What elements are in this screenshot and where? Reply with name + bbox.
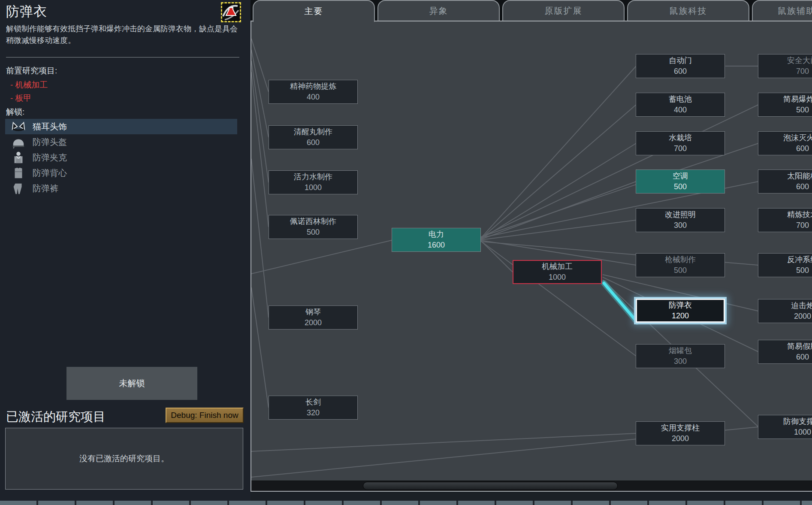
tab-4[interactable]: 鼠族科技 bbox=[627, 0, 749, 21]
node-label: 空调 bbox=[673, 171, 688, 181]
unlock-item[interactable]: 防弹背心 bbox=[5, 165, 237, 181]
research-node-simple-prosthetics[interactable]: 简易假肢600 bbox=[758, 340, 812, 364]
research-node-machining[interactable]: 机械加工1000 bbox=[513, 260, 602, 284]
unlock-item-label: 防弹头盔 bbox=[33, 136, 67, 148]
debug-finish-now-button[interactable]: Debug: Finish now bbox=[166, 408, 244, 423]
node-cost: 300 bbox=[674, 220, 687, 231]
node-cost: 500 bbox=[796, 105, 809, 115]
research-node-longsword[interactable]: 长剑320 bbox=[269, 396, 358, 420]
research-node-flak-armor[interactable]: 防弹衣1200 bbox=[636, 299, 725, 323]
research-node-simple-explosives[interactable]: 简易爆炸物500 bbox=[758, 93, 812, 117]
node-cost: 500 bbox=[674, 181, 687, 192]
tree-edge bbox=[481, 241, 513, 272]
node-cost: 500 bbox=[796, 265, 809, 276]
bottom-menu-bar[interactable] bbox=[0, 501, 812, 505]
node-label: 精神药物提炼 bbox=[290, 81, 336, 92]
node-cost: 1000 bbox=[305, 182, 322, 193]
research-node-battery[interactable]: 蓄电池400 bbox=[636, 93, 725, 117]
research-node-hydroponics[interactable]: 水栽培700 bbox=[636, 131, 725, 155]
node-label: 简易爆炸物 bbox=[783, 94, 812, 105]
tab-5[interactable]: 鼠族辅助 bbox=[752, 0, 812, 21]
node-cost: 2000 bbox=[305, 318, 322, 328]
node-cost: 1000 bbox=[549, 272, 566, 283]
research-node-recoil-system[interactable]: 反冲系统500 bbox=[758, 253, 812, 277]
tab-row: 主要异象原版扩展鼠族科技鼠族辅助 bbox=[253, 0, 812, 21]
research-node-security-door[interactable]: 安全大门700 bbox=[758, 54, 812, 78]
locked-status-button[interactable]: 未解锁 bbox=[66, 367, 197, 400]
node-cost: 700 bbox=[674, 143, 687, 154]
node-cost: 1200 bbox=[672, 311, 689, 321]
node-cost: 600 bbox=[796, 181, 809, 192]
node-label: 安全大门 bbox=[787, 55, 812, 66]
research-node-piano[interactable]: 钢琴2000 bbox=[269, 305, 358, 330]
project-description: 解锁制作能够有效抵挡子弹和爆炸冲击的金属防弹衣物，缺点是具会稍微减慢移动速度。 bbox=[6, 23, 243, 46]
tree-edge bbox=[481, 105, 636, 239]
node-label: 佩诺西林制作 bbox=[290, 216, 336, 227]
tab-label: 原版扩展 bbox=[545, 5, 583, 17]
tree-edge bbox=[481, 220, 636, 240]
node-label: 泡沫灭火器 bbox=[783, 133, 812, 143]
tree-edge bbox=[251, 159, 269, 318]
tab-2[interactable]: 异象 bbox=[377, 0, 500, 21]
unlock-item[interactable]: 防弹夹克 bbox=[5, 150, 237, 165]
node-label: 钢琴 bbox=[305, 307, 321, 318]
research-node-psychite-refining[interactable]: 精神药物提炼400 bbox=[269, 80, 358, 104]
node-cost: 600 bbox=[796, 352, 809, 363]
research-node-refining[interactable]: 精炼技术700 bbox=[758, 208, 812, 232]
prerequisites-label: 前置研究项目: bbox=[6, 65, 57, 76]
research-node-defensive-column[interactable]: 防御支撑柱1000 bbox=[758, 415, 812, 439]
research-node-solar-panel[interactable]: 太阳能板600 bbox=[758, 169, 812, 194]
unlock-item-label: 防弹夹克 bbox=[33, 152, 67, 163]
research-flask-icon[interactable] bbox=[221, 2, 241, 22]
research-node-wakeup-production[interactable]: 清醒丸制作600 bbox=[269, 125, 358, 149]
tab-label: 主要 bbox=[305, 6, 323, 17]
unlock-list: 猫耳头饰防弹头盔防弹夹克防弹背心防弹裤 bbox=[0, 119, 251, 196]
node-label: 太阳能板 bbox=[787, 171, 812, 181]
research-node-air-conditioning[interactable]: 空调500 bbox=[636, 169, 725, 194]
unlock-item[interactable]: 防弹头盔 bbox=[5, 134, 237, 150]
tree-edge bbox=[251, 240, 392, 274]
unlock-item[interactable]: 防弹裤 bbox=[5, 181, 237, 196]
scrollbar-thumb[interactable] bbox=[363, 482, 618, 490]
research-node-gunsmithing[interactable]: 枪械制作500 bbox=[636, 253, 725, 277]
unlock-item[interactable]: 猫耳头饰 bbox=[5, 119, 237, 134]
tab-3[interactable]: 原版扩展 bbox=[502, 0, 625, 21]
unlocks-label: 解锁: bbox=[6, 106, 24, 118]
research-node-better-lighting[interactable]: 改进照明300 bbox=[636, 208, 725, 232]
tree-edge bbox=[481, 143, 636, 239]
pants-icon bbox=[11, 182, 26, 195]
node-cost: 400 bbox=[307, 92, 320, 103]
active-research-title: 已激活的研究项目 bbox=[6, 408, 106, 426]
node-cost: 600 bbox=[674, 66, 687, 77]
research-node-mortar[interactable]: 迫击炮2000 bbox=[758, 299, 812, 323]
research-node-electricity[interactable]: 电力1600 bbox=[392, 228, 481, 252]
tree-edge bbox=[251, 287, 269, 408]
research-node-autodoor[interactable]: 自动门600 bbox=[636, 54, 725, 78]
node-label: 防御支撑柱 bbox=[783, 416, 812, 427]
horizontal-scrollbar[interactable] bbox=[251, 481, 812, 491]
node-cost: 600 bbox=[307, 137, 320, 148]
node-label: 清醒丸制作 bbox=[294, 127, 332, 137]
node-label: 迫击炮 bbox=[791, 300, 812, 311]
research-node-smoke-pack[interactable]: 烟罐包300 bbox=[636, 344, 725, 368]
node-cost: 1000 bbox=[794, 427, 811, 438]
node-cost: 300 bbox=[674, 356, 687, 367]
prerequisite-plate-armor[interactable]: - 板甲 bbox=[10, 93, 32, 104]
node-label: 活力水制作 bbox=[294, 172, 332, 182]
node-cost: 600 bbox=[796, 143, 809, 154]
jacket-icon bbox=[11, 151, 26, 164]
research-node-firefoam[interactable]: 泡沫灭火器600 bbox=[758, 131, 812, 155]
divider bbox=[6, 57, 239, 57]
prerequisite-machining[interactable]: - 机械加工 bbox=[10, 79, 48, 91]
node-cost: 400 bbox=[674, 105, 687, 115]
tab-1[interactable]: 主要 bbox=[253, 0, 375, 22]
node-label: 自动门 bbox=[669, 55, 692, 66]
tab-label: 鼠族科技 bbox=[670, 5, 707, 17]
node-label: 电力 bbox=[429, 229, 444, 240]
research-node-utility-column[interactable]: 实用支撑柱2000 bbox=[636, 421, 725, 445]
flask-icon-art bbox=[222, 3, 240, 21]
research-tree-panel[interactable]: 精神药物提炼400清醒丸制作600活力水制作1000佩诺西林制作500钢琴200… bbox=[251, 21, 812, 492]
research-node-penoxycyline[interactable]: 佩诺西林制作500 bbox=[269, 215, 358, 239]
research-node-gojuice-production[interactable]: 活力水制作1000 bbox=[269, 170, 358, 194]
node-cost: 1600 bbox=[428, 240, 445, 251]
